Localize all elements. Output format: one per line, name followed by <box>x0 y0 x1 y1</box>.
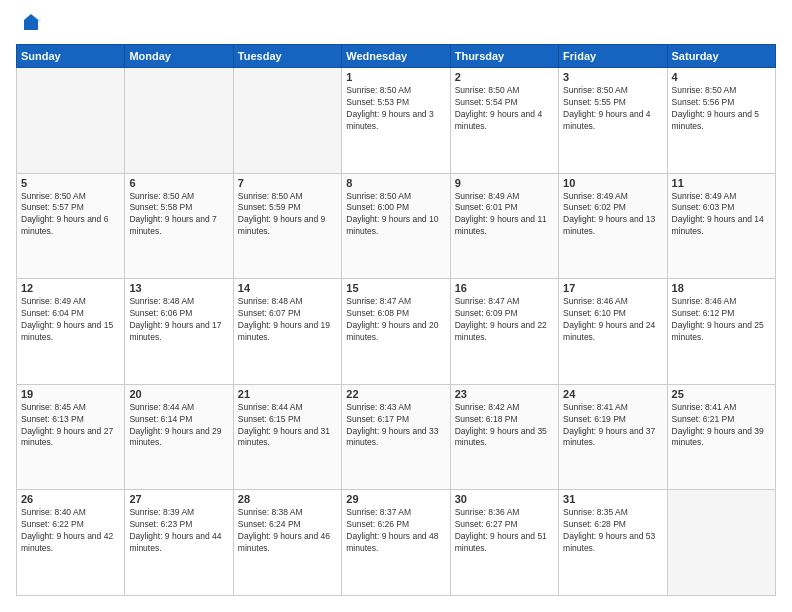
day-info: Sunrise: 8:50 AM Sunset: 5:55 PM Dayligh… <box>563 85 662 133</box>
calendar-cell <box>667 490 775 596</box>
day-info: Sunrise: 8:46 AM Sunset: 6:12 PM Dayligh… <box>672 296 771 344</box>
day-number: 28 <box>238 493 337 505</box>
day-number: 11 <box>672 177 771 189</box>
svg-marker-0 <box>24 14 38 30</box>
day-number: 15 <box>346 282 445 294</box>
day-info: Sunrise: 8:41 AM Sunset: 6:21 PM Dayligh… <box>672 402 771 450</box>
day-info: Sunrise: 8:35 AM Sunset: 6:28 PM Dayligh… <box>563 507 662 555</box>
calendar-cell: 3Sunrise: 8:50 AM Sunset: 5:55 PM Daylig… <box>559 68 667 174</box>
day-number: 27 <box>129 493 228 505</box>
calendar-week-row: 19Sunrise: 8:45 AM Sunset: 6:13 PM Dayli… <box>17 384 776 490</box>
day-info: Sunrise: 8:50 AM Sunset: 5:53 PM Dayligh… <box>346 85 445 133</box>
day-number: 22 <box>346 388 445 400</box>
calendar-cell: 11Sunrise: 8:49 AM Sunset: 6:03 PM Dayli… <box>667 173 775 279</box>
day-info: Sunrise: 8:41 AM Sunset: 6:19 PM Dayligh… <box>563 402 662 450</box>
day-number: 12 <box>21 282 120 294</box>
day-number: 18 <box>672 282 771 294</box>
day-number: 17 <box>563 282 662 294</box>
calendar-cell <box>233 68 341 174</box>
day-info: Sunrise: 8:47 AM Sunset: 6:09 PM Dayligh… <box>455 296 554 344</box>
calendar-cell: 19Sunrise: 8:45 AM Sunset: 6:13 PM Dayli… <box>17 384 125 490</box>
day-info: Sunrise: 8:44 AM Sunset: 6:15 PM Dayligh… <box>238 402 337 450</box>
day-number: 5 <box>21 177 120 189</box>
day-info: Sunrise: 8:44 AM Sunset: 6:14 PM Dayligh… <box>129 402 228 450</box>
day-info: Sunrise: 8:48 AM Sunset: 6:06 PM Dayligh… <box>129 296 228 344</box>
calendar-cell: 25Sunrise: 8:41 AM Sunset: 6:21 PM Dayli… <box>667 384 775 490</box>
day-number: 13 <box>129 282 228 294</box>
calendar-cell: 1Sunrise: 8:50 AM Sunset: 5:53 PM Daylig… <box>342 68 450 174</box>
calendar-cell <box>17 68 125 174</box>
day-number: 19 <box>21 388 120 400</box>
logo <box>16 16 42 34</box>
calendar-cell: 9Sunrise: 8:49 AM Sunset: 6:01 PM Daylig… <box>450 173 558 279</box>
calendar-cell: 22Sunrise: 8:43 AM Sunset: 6:17 PM Dayli… <box>342 384 450 490</box>
calendar-cell: 12Sunrise: 8:49 AM Sunset: 6:04 PM Dayli… <box>17 279 125 385</box>
calendar-table: SundayMondayTuesdayWednesdayThursdayFrid… <box>16 44 776 596</box>
day-number: 23 <box>455 388 554 400</box>
calendar-cell: 24Sunrise: 8:41 AM Sunset: 6:19 PM Dayli… <box>559 384 667 490</box>
day-number: 14 <box>238 282 337 294</box>
day-info: Sunrise: 8:49 AM Sunset: 6:02 PM Dayligh… <box>563 191 662 239</box>
day-number: 25 <box>672 388 771 400</box>
day-info: Sunrise: 8:50 AM Sunset: 5:57 PM Dayligh… <box>21 191 120 239</box>
weekday-header: Saturday <box>667 45 775 68</box>
day-number: 21 <box>238 388 337 400</box>
calendar-cell: 29Sunrise: 8:37 AM Sunset: 6:26 PM Dayli… <box>342 490 450 596</box>
day-number: 6 <box>129 177 228 189</box>
calendar-cell: 10Sunrise: 8:49 AM Sunset: 6:02 PM Dayli… <box>559 173 667 279</box>
calendar-cell: 23Sunrise: 8:42 AM Sunset: 6:18 PM Dayli… <box>450 384 558 490</box>
calendar-cell: 2Sunrise: 8:50 AM Sunset: 5:54 PM Daylig… <box>450 68 558 174</box>
day-number: 29 <box>346 493 445 505</box>
day-info: Sunrise: 8:42 AM Sunset: 6:18 PM Dayligh… <box>455 402 554 450</box>
calendar-cell: 27Sunrise: 8:39 AM Sunset: 6:23 PM Dayli… <box>125 490 233 596</box>
weekday-header: Thursday <box>450 45 558 68</box>
calendar-cell: 14Sunrise: 8:48 AM Sunset: 6:07 PM Dayli… <box>233 279 341 385</box>
calendar-cell: 18Sunrise: 8:46 AM Sunset: 6:12 PM Dayli… <box>667 279 775 385</box>
calendar-cell: 17Sunrise: 8:46 AM Sunset: 6:10 PM Dayli… <box>559 279 667 385</box>
calendar-cell: 20Sunrise: 8:44 AM Sunset: 6:14 PM Dayli… <box>125 384 233 490</box>
day-number: 7 <box>238 177 337 189</box>
day-number: 9 <box>455 177 554 189</box>
day-number: 31 <box>563 493 662 505</box>
weekday-header: Monday <box>125 45 233 68</box>
calendar-week-row: 5Sunrise: 8:50 AM Sunset: 5:57 PM Daylig… <box>17 173 776 279</box>
day-info: Sunrise: 8:43 AM Sunset: 6:17 PM Dayligh… <box>346 402 445 450</box>
day-number: 16 <box>455 282 554 294</box>
calendar-cell: 15Sunrise: 8:47 AM Sunset: 6:08 PM Dayli… <box>342 279 450 385</box>
day-info: Sunrise: 8:49 AM Sunset: 6:04 PM Dayligh… <box>21 296 120 344</box>
calendar-cell <box>125 68 233 174</box>
day-info: Sunrise: 8:50 AM Sunset: 5:59 PM Dayligh… <box>238 191 337 239</box>
calendar-cell: 8Sunrise: 8:50 AM Sunset: 6:00 PM Daylig… <box>342 173 450 279</box>
day-info: Sunrise: 8:45 AM Sunset: 6:13 PM Dayligh… <box>21 402 120 450</box>
weekday-header: Wednesday <box>342 45 450 68</box>
calendar-cell: 16Sunrise: 8:47 AM Sunset: 6:09 PM Dayli… <box>450 279 558 385</box>
calendar-cell: 26Sunrise: 8:40 AM Sunset: 6:22 PM Dayli… <box>17 490 125 596</box>
calendar-week-row: 12Sunrise: 8:49 AM Sunset: 6:04 PM Dayli… <box>17 279 776 385</box>
logo-icon <box>20 12 42 34</box>
day-info: Sunrise: 8:40 AM Sunset: 6:22 PM Dayligh… <box>21 507 120 555</box>
day-number: 3 <box>563 71 662 83</box>
day-number: 10 <box>563 177 662 189</box>
day-info: Sunrise: 8:50 AM Sunset: 6:00 PM Dayligh… <box>346 191 445 239</box>
day-info: Sunrise: 8:50 AM Sunset: 5:54 PM Dayligh… <box>455 85 554 133</box>
page: SundayMondayTuesdayWednesdayThursdayFrid… <box>0 0 792 612</box>
day-info: Sunrise: 8:48 AM Sunset: 6:07 PM Dayligh… <box>238 296 337 344</box>
calendar-cell: 31Sunrise: 8:35 AM Sunset: 6:28 PM Dayli… <box>559 490 667 596</box>
day-number: 24 <box>563 388 662 400</box>
day-info: Sunrise: 8:47 AM Sunset: 6:08 PM Dayligh… <box>346 296 445 344</box>
day-info: Sunrise: 8:36 AM Sunset: 6:27 PM Dayligh… <box>455 507 554 555</box>
day-info: Sunrise: 8:37 AM Sunset: 6:26 PM Dayligh… <box>346 507 445 555</box>
day-info: Sunrise: 8:49 AM Sunset: 6:01 PM Dayligh… <box>455 191 554 239</box>
calendar-cell: 5Sunrise: 8:50 AM Sunset: 5:57 PM Daylig… <box>17 173 125 279</box>
day-info: Sunrise: 8:50 AM Sunset: 5:56 PM Dayligh… <box>672 85 771 133</box>
day-number: 2 <box>455 71 554 83</box>
day-info: Sunrise: 8:49 AM Sunset: 6:03 PM Dayligh… <box>672 191 771 239</box>
day-number: 20 <box>129 388 228 400</box>
calendar-header-row: SundayMondayTuesdayWednesdayThursdayFrid… <box>17 45 776 68</box>
day-number: 8 <box>346 177 445 189</box>
calendar-cell: 21Sunrise: 8:44 AM Sunset: 6:15 PM Dayli… <box>233 384 341 490</box>
weekday-header: Friday <box>559 45 667 68</box>
calendar-cell: 13Sunrise: 8:48 AM Sunset: 6:06 PM Dayli… <box>125 279 233 385</box>
calendar-cell: 6Sunrise: 8:50 AM Sunset: 5:58 PM Daylig… <box>125 173 233 279</box>
day-number: 26 <box>21 493 120 505</box>
